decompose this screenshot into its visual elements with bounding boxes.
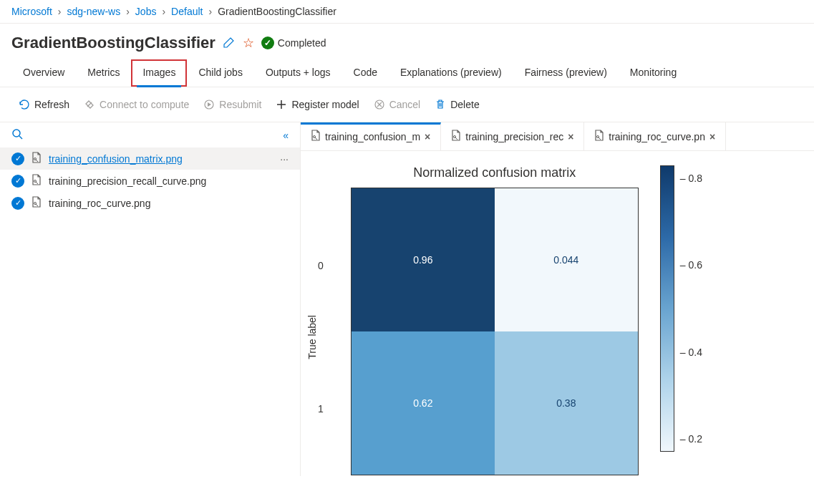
y-tick: 1 [318,403,324,415]
tab-explanations-preview-[interactable]: Explanations (preview) [389,59,513,87]
colorbar: 0.8 0.6 0.4 0.2 [660,165,702,476]
check-icon: ✓ [11,175,24,188]
cbar-tick: 0.4 [680,346,702,358]
cbar-tick: 0.6 [680,259,702,271]
tab-overview[interactable]: Overview [11,59,76,87]
resubmit-label: Resubmit [219,99,261,110]
close-icon[interactable]: × [425,131,430,142]
file-row[interactable]: ✓training_precision_recall_curve.png [0,170,300,192]
refresh-label: Refresh [34,99,69,110]
image-file-icon [32,174,42,188]
image-file-icon [594,130,604,143]
chevron-right-icon: › [208,6,212,17]
delete-button[interactable]: Delete [427,94,486,115]
breadcrumb-link[interactable]: sdg-new-ws [67,6,120,17]
heatmap-cell: 0.38 [495,331,638,475]
confusion-matrix-chart: True label 0 1 Normalized confusion matr… [306,165,702,476]
register-label: Register model [291,99,359,110]
close-icon[interactable]: × [709,131,715,142]
connect-compute-button[interactable]: Connect to compute [77,94,196,115]
tab-metrics[interactable]: Metrics [76,59,131,87]
y-tick: 0 [318,260,324,271]
file-name: training_precision_recall_curve.png [49,175,206,187]
check-icon: ✓ [11,197,24,210]
y-axis-label: True label [306,315,318,359]
chevron-right-icon: › [58,6,62,17]
svg-point-2 [13,130,20,137]
tab-outputs-logs[interactable]: Outputs + logs [254,59,342,87]
chevron-right-icon: › [126,6,130,17]
file-tab[interactable]: training_confusion_m× [301,122,441,150]
resubmit-button[interactable]: Resubmit [196,94,268,115]
image-file-icon [311,130,321,143]
collapse-panel-icon[interactable]: « [283,130,289,141]
file-tab[interactable]: training_precision_rec× [441,122,584,150]
heatmap-cell: 0.62 [352,331,495,475]
file-list: ✓training_confusion_matrix.png···✓traini… [0,147,300,214]
file-name: training_roc_curve.png [49,198,150,209]
tab-code[interactable]: Code [342,59,389,87]
image-file-icon [32,196,42,210]
y-axis: True label 0 1 [306,165,329,476]
nav-tabs: OverviewMetricsImagesChild jobsOutputs +… [0,55,814,87]
y-axis-ticks: 0 1 [318,194,329,477]
chart-title: Normalized confusion matrix [351,165,639,180]
heatmap: Normalized confusion matrix 0.960.0440.6… [351,165,639,476]
check-icon: ✓ [11,152,24,165]
heatmap-cell: 0.044 [495,188,638,331]
file-row[interactable]: ✓training_confusion_matrix.png··· [0,147,300,170]
image-file-icon [32,152,42,165]
chevron-right-icon: › [162,6,165,17]
page-title: GradientBoostingClassifier [11,34,215,52]
favorite-icon[interactable]: ☆ [243,35,254,51]
action-toolbar: Refresh Connect to compute Resubmit Regi… [0,87,814,122]
heatmap-cell: 0.96 [352,188,495,331]
file-tab-label: training_confusion_m [325,131,420,142]
breadcrumb: Microsoft› sdg-new-ws› Jobs› Default› Gr… [0,0,814,24]
file-tab[interactable]: training_roc_curve.pn× [584,122,726,150]
content-area: « ✓training_confusion_matrix.png···✓trai… [0,122,814,476]
cancel-label: Cancel [389,99,421,110]
check-icon: ✓ [261,37,274,49]
file-tab-label: training_roc_curve.pn [609,131,705,142]
close-icon[interactable]: × [568,131,573,142]
heatmap-grid: 0.960.0440.620.38 [351,188,639,475]
colorbar-ticks: 0.8 0.6 0.4 0.2 [680,165,702,452]
file-row[interactable]: ✓training_roc_curve.png [0,192,300,214]
image-canvas: True label 0 1 Normalized confusion matr… [301,151,814,476]
cbar-tick: 0.2 [680,433,702,445]
delete-label: Delete [450,99,479,110]
file-tabs: training_confusion_m×training_precision_… [301,122,814,151]
refresh-button[interactable]: Refresh [11,94,77,115]
tab-images[interactable]: Images [131,59,187,87]
more-icon[interactable]: ··· [280,153,289,165]
register-model-button[interactable]: Register model [268,94,366,115]
breadcrumb-link[interactable]: Jobs [135,6,157,17]
search-icon[interactable] [11,128,23,142]
breadcrumb-current: GradientBoostingClassifier [218,6,336,17]
breadcrumb-link[interactable]: Default [171,6,203,17]
status-badge: ✓ Completed [261,37,326,49]
file-side-panel: « ✓training_confusion_matrix.png···✓trai… [0,122,301,476]
tab-fairness-preview-[interactable]: Fairness (preview) [513,59,619,87]
file-name: training_confusion_matrix.png [49,153,183,165]
image-file-icon [451,130,461,143]
edit-icon[interactable] [223,36,236,51]
file-tab-label: training_precision_rec [465,131,563,142]
tab-monitoring[interactable]: Monitoring [619,59,688,87]
connect-label: Connect to compute [100,99,189,110]
status-text: Completed [278,37,326,49]
tab-child-jobs[interactable]: Child jobs [187,59,253,87]
cancel-button[interactable]: Cancel [367,94,428,115]
cbar-tick: 0.8 [680,173,702,184]
main-panel: training_confusion_m×training_precision_… [301,122,814,476]
colorbar-gradient [660,165,674,452]
breadcrumb-link[interactable]: Microsoft [11,6,52,17]
page-header: GradientBoostingClassifier ☆ ✓ Completed [0,24,814,55]
